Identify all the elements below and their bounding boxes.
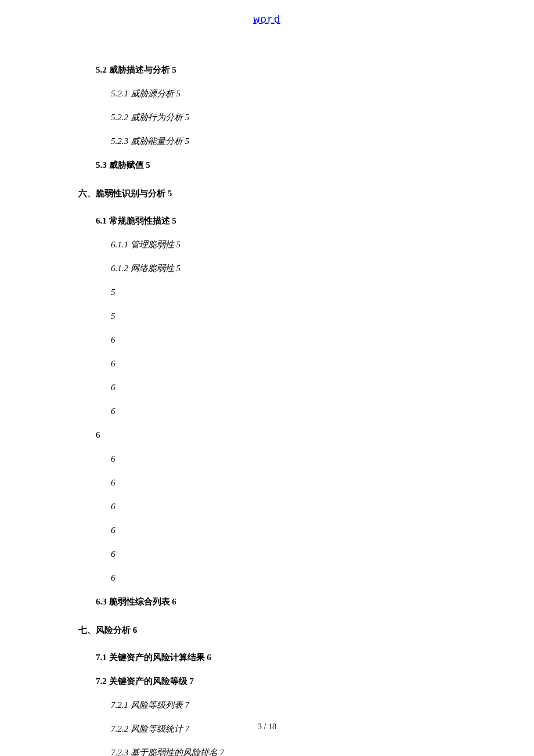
toc-entry: 7.2.1 风险等级列表 7 [111, 699, 456, 711]
toc-entry: 7.2 关键资产的风险等级 7 [96, 675, 456, 687]
toc-entry: 5.2.1 威胁源分析 5 [111, 88, 456, 100]
toc-entry: 6 [96, 429, 456, 441]
toc-entry: 六、脆弱性识别与分析 5 [78, 188, 456, 200]
toc-entry: 6 [111, 453, 456, 465]
toc-entry: 6 [111, 405, 456, 417]
toc-entry: 5.2.2 威胁行为分析 5 [111, 111, 456, 124]
toc-entry: 6 [111, 501, 456, 513]
toc-entry: 6.3 脆弱性综合列表 6 [96, 596, 456, 608]
toc-entry: 6.1 常规脆弱性描述 5 [96, 215, 456, 227]
toc-entry: 6.1.2 网络脆弱性 5 [111, 262, 456, 275]
toc-entry: 6.1.1 管理脆弱性 5 [111, 239, 456, 251]
toc-entry: 5.2 威胁描述与分析 5 [96, 64, 456, 76]
toc-entry: 5 [111, 310, 456, 322]
toc-entry: 6 [111, 477, 456, 489]
page-number: 3 / 18 [0, 722, 534, 732]
toc-entry: 6 [111, 381, 456, 394]
toc-entry: 6 [111, 524, 456, 537]
toc-content: 5.2 威胁描述与分析 55.2.1 威胁源分析 55.2.2 威胁行为分析 5… [78, 64, 456, 756]
toc-entry: 5.2.3 威胁能量分析 5 [111, 135, 456, 147]
header-link-text: word [253, 14, 280, 26]
toc-entry: 5.3 威胁赋值 5 [96, 159, 456, 171]
header-link[interactable]: word [0, 14, 534, 26]
toc-entry: 6 [111, 334, 456, 346]
toc-entry: 5 [111, 286, 456, 298]
toc-entry: 6 [111, 572, 456, 584]
toc-entry: 7.1 关键资产的风险计算结果 6 [96, 651, 456, 664]
page-number-text: 3 / 18 [258, 722, 276, 731]
toc-entry: 6 [111, 548, 456, 560]
toc-entry: 6 [111, 358, 456, 370]
toc-entry: 七、风险分析 6 [78, 624, 456, 636]
toc-entry: 7.2.3 基于脆弱性的风险排名 7 [111, 747, 456, 756]
